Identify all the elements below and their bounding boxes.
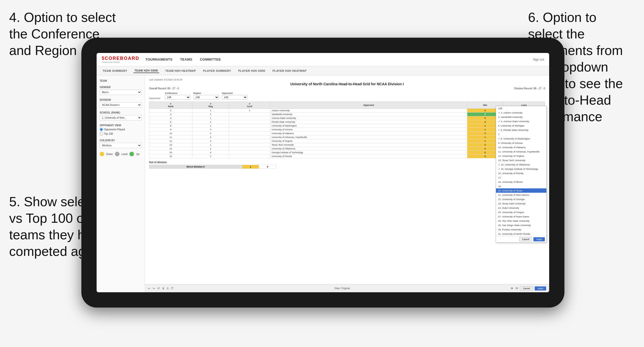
conference-select[interactable]: (All) [165, 95, 190, 100]
cancel-btn[interactable]: Cancel [520, 286, 533, 290]
dropdown-item[interactable]: ✓ 4. Arizona State University [496, 119, 546, 123]
dropdown-item[interactable]: (All) [496, 106, 546, 110]
toolbar-w: W [516, 287, 518, 290]
table-row: 13 [149, 143, 192, 147]
dropdown-item[interactable]: 16. University of Florida [496, 171, 546, 175]
subnav-player-h2h-grid[interactable]: PLAYER H2H GRID [237, 69, 266, 73]
subnav-h2h-grid[interactable]: TEAM H2H GRID [133, 68, 159, 73]
dropdown-item[interactable]: 20. University of Texas [496, 188, 546, 193]
school-label: School (Rank) [100, 111, 142, 114]
apply-btn[interactable]: Apply [535, 286, 546, 290]
dropdown-item[interactable]: ✓ 15. Georgia Institute of Technology [496, 167, 546, 171]
subnav-player-summary[interactable]: PLAYER SUMMARY [202, 69, 232, 73]
nav-tournaments[interactable]: TOURNAMENTS [145, 58, 172, 61]
subnav-h2h-heatmap[interactable]: TEAM H2H HEATMAP [164, 69, 197, 73]
table-row [229, 128, 270, 132]
division-select[interactable]: NCAA Division I [100, 102, 142, 108]
table-row: 14 [149, 147, 192, 151]
top-100-radio[interactable]: Top 100 [100, 132, 142, 135]
col-opponent: Opponent [270, 102, 467, 109]
nav-right: Sign out [533, 58, 544, 61]
table-row: Florida State University [270, 120, 467, 124]
subnav-team-summary[interactable]: TEAM SUMMARY [102, 69, 128, 73]
dropdown-apply-btn[interactable]: Apply [533, 237, 545, 241]
main-content: Team Gender Men's Division NCAA Division… [97, 75, 549, 292]
dropdown-item[interactable]: 25. University of Oregon [496, 210, 546, 214]
table-row: Vanderbilt University [270, 113, 467, 116]
dropdown-cancel-btn[interactable]: Cancel [519, 237, 532, 241]
school-select[interactable]: 1. University of Nort... [100, 115, 142, 120]
sign-out-link[interactable]: Sign out [533, 58, 544, 61]
opponent-select[interactable]: (All) [222, 95, 247, 100]
table-row: 4 [149, 116, 192, 120]
legend-level-dot [115, 152, 119, 156]
top-100-label: Top 100 [104, 132, 113, 135]
pause-btn[interactable]: ⏸ [162, 287, 165, 290]
dropdown-item[interactable]: 30. Purdue University [496, 227, 546, 232]
dropdown-item[interactable]: 3. Vanderbilt University [496, 115, 546, 119]
dropdown-item[interactable]: 10. University of Alabama [496, 145, 546, 149]
subnav-player-h2h-heatmap[interactable]: PLAYER H2H HEATMAP [272, 69, 308, 73]
undo-btn[interactable]: ↩ [148, 287, 151, 290]
table-row: 8 [149, 124, 192, 128]
view-label: View: Original [334, 287, 350, 290]
division-label: Division [100, 99, 142, 101]
table-row: 2 [192, 147, 229, 151]
opponent-dropdown[interactable]: (All)✓ 2. Auburn University3. Vanderbilt… [496, 106, 547, 243]
region-filter: Region (All) [193, 92, 219, 100]
tablet: 5COREBOARD Powered by FRONT TOURNAMENTS … [81, 38, 564, 308]
opponent-view-options: Opponents Played Top 100 [100, 128, 142, 135]
conference-filter: Conference (All) [165, 92, 190, 100]
refresh-btn[interactable]: ↺ [157, 287, 160, 290]
dropdown-item[interactable]: 17. [496, 175, 546, 180]
nav-teams[interactable]: TEAMS [180, 58, 192, 61]
dropdown-item[interactable]: 24. Duke University [496, 206, 546, 210]
right-content: Last Updated: 4/1/2024 16:55:38 Universi… [145, 75, 549, 292]
page-title: University of North Carolina Head-to-Hea… [149, 82, 545, 86]
dropdown-item[interactable]: 31. University of North Florida [496, 232, 546, 236]
table-row: Auburn University [270, 109, 467, 113]
dropdown-item[interactable]: 13. Texas Tech University [496, 158, 546, 162]
dropdown-item[interactable]: 27. University of Notre Dame [496, 214, 546, 219]
division-record: Division Record: 88 - 17 - 0 [514, 87, 545, 90]
dropdown-item[interactable]: 18. University of Illinois [496, 180, 546, 184]
dropdown-item[interactable]: 5. University of Michigan [496, 123, 546, 128]
dropdown-item[interactable]: 21. University of New Mexico [496, 193, 546, 197]
table-row: Texas Tech University [270, 143, 467, 147]
dropdown-item[interactable]: 7. [496, 132, 546, 136]
dropdown-item[interactable]: 12. University of Virginia [496, 154, 546, 158]
logo-powered: Powered by FRONT [102, 61, 139, 63]
dropdown-item[interactable]: ✓ 8. University of Washington [496, 136, 546, 141]
school-section: School (Rank) 1. University of Nort... [100, 111, 142, 120]
dropdown-item[interactable]: 23. Texas A&M University [496, 201, 546, 206]
dropdown-item[interactable]: ✓ 14. University of Oklahoma [496, 162, 546, 167]
dropdown-item[interactable]: ✓ 6. Florida State University [496, 128, 546, 132]
gender-select[interactable]: Men's [100, 90, 142, 95]
logo-area: 5COREBOARD Powered by FRONT [102, 56, 139, 63]
logo-brand: 5COREBOARD [102, 56, 139, 61]
gender-label: Gender [100, 86, 142, 89]
time-btn[interactable]: ⏱ [171, 287, 174, 290]
table-row [229, 132, 270, 135]
dropdown-item[interactable]: 22. University of Georgia [496, 197, 546, 201]
copy-btn[interactable]: ⎘ [167, 287, 169, 290]
opponents-played-radio[interactable]: Opponents Played [100, 128, 142, 131]
redo-btn[interactable]: ↪ [153, 287, 155, 290]
table-row: University of Arkansas, Fayetteville [270, 135, 467, 139]
region-label: Region [193, 92, 219, 94]
conference-label: Conference [165, 92, 190, 94]
table-row: Arizona State University [270, 116, 467, 120]
dropdown-item[interactable]: 9. University of Arizona [496, 141, 546, 145]
nav-committee[interactable]: COMMITTEE [200, 58, 221, 61]
dropdown-item[interactable]: 28. The Ohio State University [496, 219, 546, 223]
dropdown-item[interactable]: ✓ 2. Auburn University [496, 110, 546, 115]
legend-up-dot [129, 152, 134, 156]
dropdown-item[interactable]: 11. University of Arkansas, Fayetteville [496, 149, 546, 154]
col-rank: #Rank [149, 102, 192, 109]
region-select[interactable]: (All) [193, 95, 219, 100]
table-row: University of Oklahoma [270, 147, 467, 151]
dropdown-item[interactable]: 29. San Diego State University [496, 223, 546, 227]
colour-select[interactable]: Win/loss [100, 143, 142, 148]
dropdown-item[interactable]: 19. [496, 184, 546, 188]
table-row [229, 124, 270, 128]
